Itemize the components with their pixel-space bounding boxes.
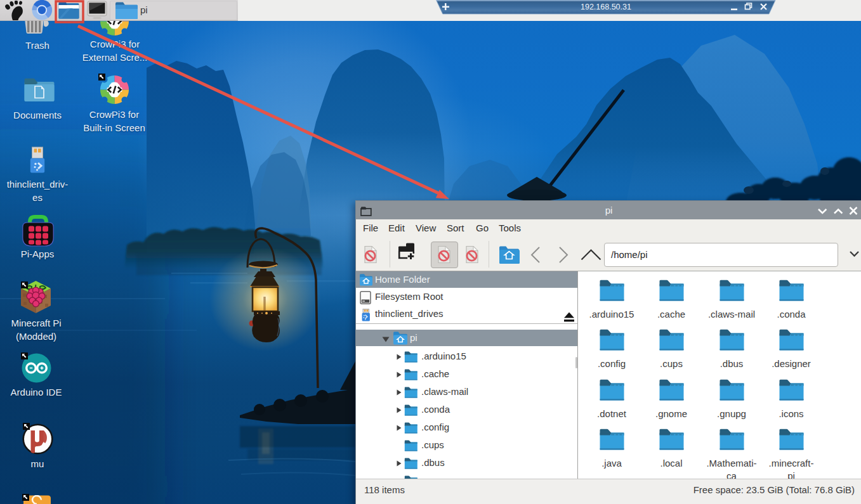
- svg-text:192.168.50.31: 192.168.50.31: [581, 3, 631, 11]
